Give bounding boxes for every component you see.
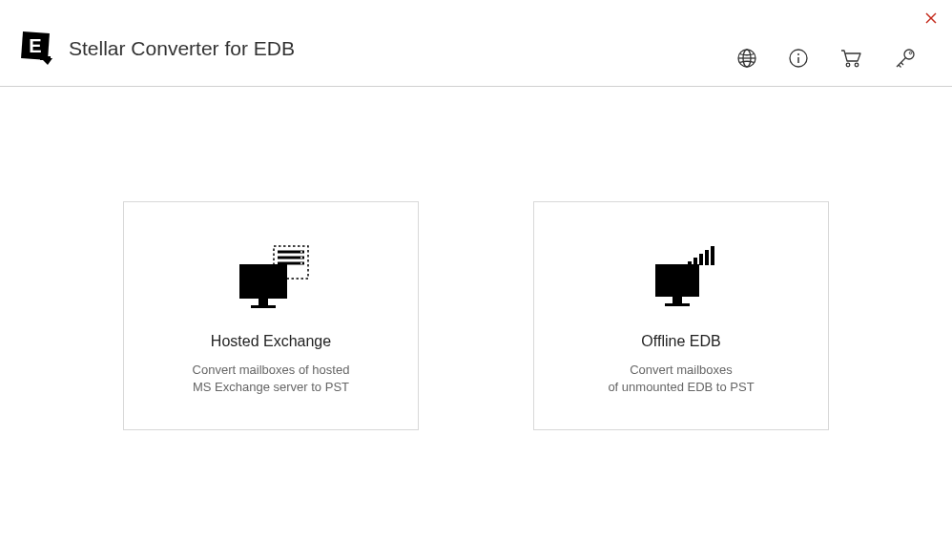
header-toolbar xyxy=(736,29,933,69)
app-title: Stellar Converter for EDB xyxy=(69,37,295,60)
buy-button[interactable] xyxy=(839,48,862,69)
svg-rect-20 xyxy=(251,305,276,308)
main-content: Hosted Exchange Convert mailboxes of hos… xyxy=(0,87,952,430)
svg-point-11 xyxy=(846,63,850,67)
svg-rect-32 xyxy=(693,258,697,265)
app-logo: E xyxy=(19,30,57,68)
svg-point-25 xyxy=(300,251,302,253)
card-description: Convert mailboxes of unmounted EDB to PS… xyxy=(608,362,754,396)
svg-rect-28 xyxy=(655,264,699,297)
close-button[interactable] xyxy=(921,8,941,31)
svg-rect-19 xyxy=(259,299,268,305)
svg-point-14 xyxy=(909,52,911,53)
svg-rect-34 xyxy=(705,250,709,265)
card-title: Offline EDB xyxy=(641,333,720,350)
globe-icon xyxy=(736,48,757,69)
close-icon xyxy=(925,12,937,24)
info-icon xyxy=(788,48,809,69)
svg-rect-33 xyxy=(699,254,703,265)
header-left: E Stellar Converter for EDB xyxy=(19,30,295,68)
svg-line-17 xyxy=(901,63,904,66)
language-button[interactable] xyxy=(736,48,757,69)
svg-point-9 xyxy=(797,53,799,55)
svg-point-26 xyxy=(300,257,302,259)
svg-rect-31 xyxy=(688,261,692,265)
svg-text:E: E xyxy=(29,35,41,56)
card-description: Convert mailboxes of hosted MS Exchange … xyxy=(193,362,350,396)
svg-rect-4 xyxy=(40,56,51,60)
svg-rect-35 xyxy=(711,246,714,265)
hosted-exchange-icon xyxy=(228,236,314,321)
offline-edb-icon xyxy=(638,236,724,321)
info-button[interactable] xyxy=(788,48,809,69)
activate-button[interactable] xyxy=(893,48,916,69)
app-header: E Stellar Converter for EDB xyxy=(0,0,952,87)
svg-rect-29 xyxy=(673,297,682,303)
card-title: Hosted Exchange xyxy=(211,333,331,350)
svg-rect-18 xyxy=(239,264,287,299)
hosted-exchange-card[interactable]: Hosted Exchange Convert mailboxes of hos… xyxy=(123,201,419,430)
key-icon xyxy=(893,48,916,69)
svg-point-12 xyxy=(855,63,859,67)
svg-rect-30 xyxy=(665,303,690,306)
svg-line-16 xyxy=(899,65,901,68)
offline-edb-card[interactable]: Offline EDB Convert mailboxes of unmount… xyxy=(533,201,829,430)
svg-point-27 xyxy=(300,262,302,264)
cart-icon xyxy=(839,48,862,69)
